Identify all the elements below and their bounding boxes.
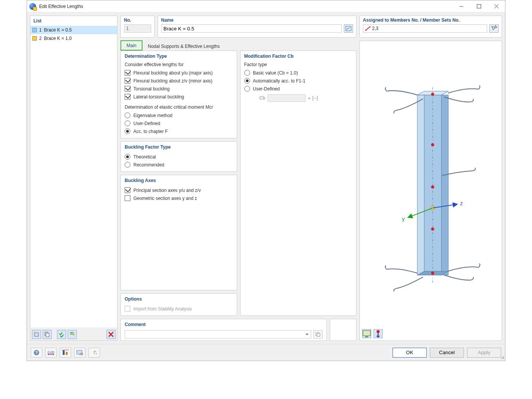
panel-heading: Buckling Axes bbox=[125, 178, 233, 183]
checkbox-icon bbox=[125, 195, 130, 201]
checkbox-lateral-torsional[interactable]: Lateral-torsional buckling bbox=[125, 93, 233, 101]
check-all-button[interactable] bbox=[57, 330, 66, 339]
definition-list[interactable]: 1 Brace K = 0.5 2 Brace K = 1.0 bbox=[30, 26, 117, 328]
svg-point-26 bbox=[431, 185, 434, 188]
svg-text:x: x bbox=[95, 352, 97, 355]
ok-button[interactable]: OK bbox=[393, 348, 427, 358]
assigned-card: Assigned to Members No. / Member Sets No… bbox=[359, 16, 502, 38]
panel-heading: Options bbox=[125, 296, 233, 302]
apply-button: Apply bbox=[467, 348, 501, 358]
comment-combobox[interactable] bbox=[125, 330, 311, 339]
preview-load-button[interactable] bbox=[374, 329, 383, 338]
list-item[interactable]: 2 Brace K = 1.0 bbox=[30, 34, 117, 43]
preview-display-button[interactable] bbox=[362, 329, 371, 338]
cb-unit: [--] bbox=[312, 95, 318, 101]
preview-3d[interactable]: z y bbox=[359, 41, 502, 341]
checkbox-torsional[interactable]: Torsional buckling bbox=[125, 85, 233, 93]
radio-mcr-chapter-f[interactable]: Acc. to chapter F bbox=[125, 127, 233, 135]
svg-rect-35 bbox=[378, 333, 379, 336]
view-button[interactable] bbox=[74, 348, 86, 358]
new-item-button[interactable] bbox=[32, 330, 41, 339]
radio-recommended[interactable]: Recommended bbox=[125, 161, 233, 169]
svg-point-24 bbox=[431, 93, 434, 96]
radio-icon bbox=[125, 112, 130, 118]
units-button[interactable]: 0.00 bbox=[45, 348, 57, 358]
radio-icon bbox=[125, 162, 130, 168]
title-bar: Edit Effective Lengths bbox=[27, 0, 505, 13]
determination-type-panel: Determination Type Consider effective le… bbox=[120, 51, 237, 138]
name-heading: Name bbox=[161, 17, 353, 23]
svg-rect-18 bbox=[424, 95, 441, 275]
svg-rect-1 bbox=[477, 5, 481, 8]
checkbox-flexural-zv[interactable]: Flexural buckling about z/v (minor axis) bbox=[125, 77, 233, 85]
checkbox-icon bbox=[125, 94, 130, 100]
window-title: Edit Effective Lengths bbox=[39, 4, 83, 9]
help-button[interactable]: ? bbox=[31, 348, 42, 358]
definition-list-pane: List 1 Brace K = 0.5 2 Brace K = 1.0 bbox=[30, 16, 117, 341]
list-item-label: Brace K = 1.0 bbox=[44, 36, 72, 41]
view-related-button[interactable] bbox=[344, 24, 353, 33]
tab-strip: Main Nodal Supports & Effective Lengths bbox=[120, 40, 356, 51]
checkbox-icon bbox=[125, 86, 130, 92]
checkbox-flexural-yu[interactable]: Flexural buckling about y/u (major axis) bbox=[125, 69, 233, 77]
comment-edit-button[interactable] bbox=[314, 330, 323, 339]
checkbox-principal-axes[interactable]: Principal section axes y/u and z/v bbox=[125, 186, 233, 194]
cb-label: Cb bbox=[260, 95, 265, 101]
checkbox-icon bbox=[125, 70, 130, 76]
svg-text:0.00: 0.00 bbox=[48, 350, 54, 354]
radio-icon bbox=[125, 120, 130, 126]
panel-heading: Determination Type bbox=[125, 54, 233, 59]
svg-rect-12 bbox=[317, 333, 320, 336]
radio-icon bbox=[125, 128, 130, 134]
radio-cb-user-defined[interactable]: User-Defined bbox=[244, 85, 353, 93]
factor-type-label: Factor type bbox=[244, 62, 353, 67]
svg-text:?: ? bbox=[35, 350, 38, 355]
cancel-button[interactable]: Cancel bbox=[430, 348, 464, 358]
svg-rect-40 bbox=[66, 352, 68, 355]
radio-mcr-user-defined[interactable]: User-Defined bbox=[125, 119, 233, 127]
radio-basic-value[interactable]: Basic value (Cb = 1.0) bbox=[244, 69, 353, 77]
list-item[interactable]: 1 Brace K = 0.5 bbox=[30, 26, 117, 34]
radio-icon bbox=[125, 154, 130, 160]
modification-factor-panel: Modification Factor Cb Factor type Basic… bbox=[240, 51, 357, 316]
list-item-label: Brace K = 0.5 bbox=[44, 27, 72, 33]
delete-item-button[interactable] bbox=[106, 330, 116, 339]
tab-main[interactable]: Main bbox=[120, 40, 142, 51]
checkbox-geometric-axes[interactable]: Geometric section axes y and z bbox=[125, 194, 233, 202]
name-input[interactable] bbox=[161, 24, 342, 33]
window-close-button[interactable] bbox=[488, 0, 505, 12]
copy-item-button[interactable] bbox=[43, 330, 52, 339]
lengths-button[interactable] bbox=[60, 348, 71, 358]
comment-panel: Comment bbox=[120, 319, 327, 341]
checkbox-icon bbox=[125, 187, 130, 193]
window-minimize-button[interactable] bbox=[453, 0, 470, 12]
tab-nodal-supports[interactable]: Nodal Supports & Effective Lengths bbox=[142, 42, 225, 51]
consider-label: Consider effective lengths for bbox=[125, 62, 233, 67]
resize-grip-icon: ◢ bbox=[501, 355, 504, 359]
checkbox-import-stability: Import from Stability Analysis bbox=[125, 305, 233, 313]
svg-point-27 bbox=[431, 228, 434, 231]
radio-icon bbox=[244, 70, 250, 76]
assigned-value: 2,3 bbox=[372, 26, 378, 31]
svg-point-28 bbox=[431, 272, 434, 275]
svg-rect-32 bbox=[363, 331, 370, 336]
pick-members-button[interactable] bbox=[489, 24, 499, 33]
radio-eigenvalue[interactable]: Eigenvalue method bbox=[125, 111, 233, 119]
svg-point-25 bbox=[431, 143, 434, 146]
radio-theoretical[interactable]: Theoretical bbox=[125, 153, 233, 161]
member-icon bbox=[365, 26, 370, 31]
panel-heading: Buckling Factor Type bbox=[125, 144, 233, 150]
assigned-input[interactable]: 2,3 bbox=[363, 24, 487, 33]
list-item-no: 2 bbox=[39, 36, 42, 41]
color-swatch bbox=[32, 28, 37, 32]
radio-auto-f1-1[interactable]: Automatically acc. to F1-1 bbox=[244, 77, 353, 85]
list-item-no: 1 bbox=[39, 27, 42, 33]
svg-line-13 bbox=[366, 27, 370, 30]
svg-point-5 bbox=[34, 331, 35, 332]
window-maximize-button[interactable] bbox=[470, 0, 488, 12]
function-button[interactable]: fx bbox=[89, 348, 100, 358]
sort-button[interactable] bbox=[68, 330, 77, 339]
svg-rect-20 bbox=[442, 95, 448, 275]
checkbox-icon bbox=[125, 78, 130, 84]
svg-rect-4 bbox=[35, 333, 38, 336]
